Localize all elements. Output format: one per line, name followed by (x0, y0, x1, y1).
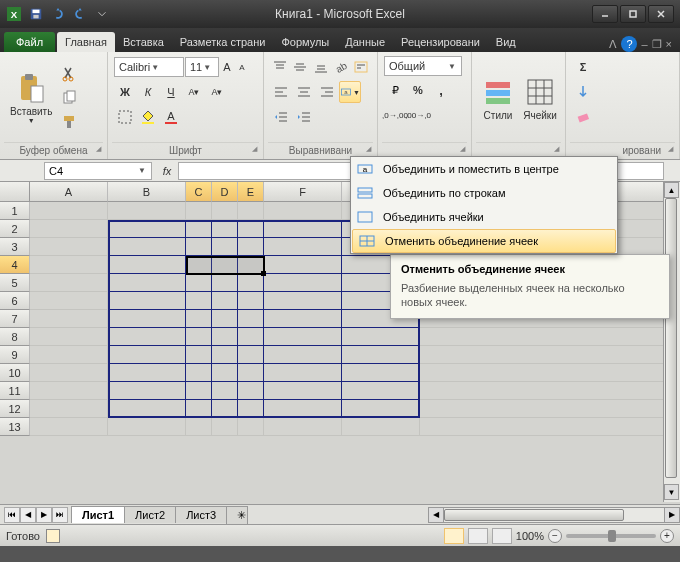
col-header-B[interactable]: B (108, 182, 186, 202)
close-button[interactable] (648, 5, 674, 23)
minimize-ribbon-icon[interactable]: ᐱ (609, 38, 617, 51)
cell-E2[interactable] (238, 220, 264, 238)
tab-page-layout[interactable]: Разметка страни (172, 32, 274, 52)
cell-B2[interactable] (108, 220, 186, 238)
col-header-D[interactable]: D (212, 182, 238, 202)
vertical-scrollbar[interactable]: ▲ ▼ (663, 182, 680, 502)
cell-extra[interactable] (420, 346, 680, 364)
autosum-icon[interactable]: Σ (572, 56, 594, 78)
cell-extra[interactable] (420, 382, 680, 400)
cell-E8[interactable] (238, 328, 264, 346)
cell-A8[interactable] (30, 328, 108, 346)
cell-C11[interactable] (186, 382, 212, 400)
col-header-A[interactable]: A (30, 182, 108, 202)
cell-B11[interactable] (108, 382, 186, 400)
cell-D2[interactable] (212, 220, 238, 238)
row-header-1[interactable]: 1 (0, 202, 30, 220)
maximize-button[interactable] (620, 5, 646, 23)
minimize-button[interactable] (592, 5, 618, 23)
row-header-8[interactable]: 8 (0, 328, 30, 346)
align-top-icon[interactable] (270, 56, 289, 78)
cell-B5[interactable] (108, 274, 186, 292)
cell-A4[interactable] (30, 256, 108, 274)
font-extra-icon[interactable]: A▾ (183, 81, 205, 103)
cell-F12[interactable] (264, 400, 342, 418)
cell-D8[interactable] (212, 328, 238, 346)
tab-view[interactable]: Вид (488, 32, 524, 52)
decrease-decimal-icon[interactable]: ,00→,0 (407, 104, 429, 126)
cell-E3[interactable] (238, 238, 264, 256)
decrease-indent-icon[interactable] (270, 106, 292, 128)
row-header-12[interactable]: 12 (0, 400, 30, 418)
cell-F4[interactable] (264, 256, 342, 274)
increase-indent-icon[interactable] (293, 106, 315, 128)
qat-dropdown-icon[interactable] (92, 4, 112, 24)
save-icon[interactable] (26, 4, 46, 24)
row-header-5[interactable]: 5 (0, 274, 30, 292)
doc-restore-icon[interactable]: ❐ (652, 38, 662, 51)
cell-A9[interactable] (30, 346, 108, 364)
percent-icon[interactable]: % (407, 79, 429, 101)
cell-D3[interactable] (212, 238, 238, 256)
cell-E4[interactable] (238, 256, 264, 274)
menu-merge-cells[interactable]: Объединить ячейки (351, 205, 617, 229)
cell-G13[interactable] (342, 418, 420, 436)
sheet-nav-prev-icon[interactable]: ◀ (20, 507, 36, 523)
cell-C13[interactable] (186, 418, 212, 436)
sheet-nav-next-icon[interactable]: ▶ (36, 507, 52, 523)
cell-B6[interactable] (108, 292, 186, 310)
cell-F1[interactable] (264, 202, 342, 220)
cell-B8[interactable] (108, 328, 186, 346)
fill-icon[interactable] (572, 81, 594, 103)
sheet-nav-last-icon[interactable]: ⏭ (52, 507, 68, 523)
scroll-left-icon[interactable]: ◀ (428, 507, 444, 523)
sheet-tab-1[interactable]: Лист1 (71, 506, 125, 523)
cell-C10[interactable] (186, 364, 212, 382)
cell-C3[interactable] (186, 238, 212, 256)
doc-minimize-icon[interactable]: – (641, 38, 647, 50)
orientation-icon[interactable]: ab (331, 56, 350, 78)
wrap-text-icon[interactable] (352, 56, 371, 78)
cell-E11[interactable] (238, 382, 264, 400)
sheet-tab-2[interactable]: Лист2 (124, 506, 176, 523)
cell-G11[interactable] (342, 382, 420, 400)
zoom-thumb[interactable] (608, 530, 616, 542)
cell-A1[interactable] (30, 202, 108, 220)
cell-C7[interactable] (186, 310, 212, 328)
cell-D11[interactable] (212, 382, 238, 400)
cell-F9[interactable] (264, 346, 342, 364)
cell-F3[interactable] (264, 238, 342, 256)
format-painter-icon[interactable] (58, 111, 80, 133)
help-button[interactable]: ? (621, 36, 637, 52)
cell-F2[interactable] (264, 220, 342, 238)
cell-B12[interactable] (108, 400, 186, 418)
grow-font-icon[interactable]: A (220, 56, 234, 78)
cell-F6[interactable] (264, 292, 342, 310)
cell-E13[interactable] (238, 418, 264, 436)
cell-B9[interactable] (108, 346, 186, 364)
cell-C9[interactable] (186, 346, 212, 364)
cell-C12[interactable] (186, 400, 212, 418)
comma-icon[interactable]: , (430, 79, 452, 101)
cell-B4[interactable] (108, 256, 186, 274)
cell-C8[interactable] (186, 328, 212, 346)
name-box[interactable]: C4▼ (44, 162, 152, 180)
increase-decimal-icon[interactable]: ,0→,00 (384, 104, 406, 126)
cell-E1[interactable] (238, 202, 264, 220)
scroll-right-icon[interactable]: ▶ (664, 507, 680, 523)
cell-C1[interactable] (186, 202, 212, 220)
cell-B1[interactable] (108, 202, 186, 220)
cell-G12[interactable] (342, 400, 420, 418)
cell-F13[interactable] (264, 418, 342, 436)
italic-icon[interactable]: К (137, 81, 159, 103)
cell-D1[interactable] (212, 202, 238, 220)
v-scroll-thumb[interactable] (665, 198, 677, 478)
zoom-in-button[interactable]: + (660, 529, 674, 543)
file-tab[interactable]: Файл (4, 32, 55, 52)
clear-icon[interactable] (572, 106, 594, 128)
underline-icon[interactable]: Ч (160, 81, 182, 103)
currency-icon[interactable]: ₽ (384, 79, 406, 101)
macro-record-icon[interactable] (46, 529, 60, 543)
row-header-11[interactable]: 11 (0, 382, 30, 400)
cell-E6[interactable] (238, 292, 264, 310)
